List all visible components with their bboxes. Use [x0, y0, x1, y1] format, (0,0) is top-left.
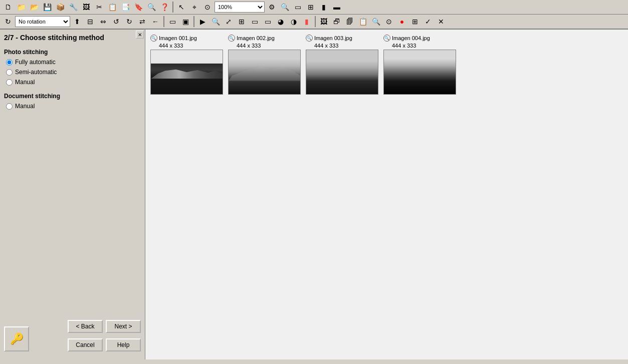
open-btn[interactable]: 📁	[15, 1, 27, 13]
img3-btn[interactable]: 🗐	[344, 16, 356, 28]
back-btn2[interactable]: ←	[149, 16, 161, 28]
grid2-btn[interactable]: ⊞	[409, 16, 421, 28]
frame-btn[interactable]: ▭	[292, 1, 304, 13]
rotate-left-btn[interactable]: ↺	[110, 16, 122, 28]
image-dimensions-1: 444 x 333	[159, 43, 183, 49]
radio-semi-automatic-input[interactable]	[6, 69, 13, 76]
select2-btn[interactable]: ▣	[179, 16, 191, 28]
radio-fully-automatic[interactable]: Fully automatic	[6, 59, 141, 66]
fit-btn[interactable]: ⊞	[236, 16, 248, 28]
save-btn[interactable]: 💾	[41, 1, 53, 13]
pointer-btn[interactable]: ↖	[175, 1, 187, 13]
key-icon-btn[interactable]: 🔑	[4, 326, 29, 351]
rotation-select[interactable]: No rotation	[15, 16, 70, 27]
grid-btn[interactable]: ⊞	[305, 1, 317, 13]
image-label-2: 🔍 Imagen 002.jpg	[228, 35, 301, 42]
radio-fully-automatic-label: Fully automatic	[15, 59, 56, 66]
image-label-3: 🔍 Imagen 003.jpg	[306, 35, 378, 42]
bw-btn[interactable]: ◑	[288, 16, 300, 28]
zoom-in-btn[interactable]: 🔍	[279, 1, 291, 13]
back-wizard-btn[interactable]: < Back	[68, 320, 103, 333]
next-wizard-btn[interactable]: Next >	[106, 320, 141, 333]
radio-manual-photo-input[interactable]	[6, 79, 13, 86]
img7-btn[interactable]: ●	[396, 16, 408, 28]
level-btn[interactable]: ▭	[262, 16, 274, 28]
img1-btn[interactable]: 🖼	[318, 16, 330, 28]
multi-btn[interactable]: ⊟	[84, 16, 96, 28]
tool2-btn[interactable]: 🖼	[80, 1, 92, 13]
tool8-btn[interactable]: ❓	[158, 1, 170, 13]
document-stitching-label: Document stitching	[4, 93, 141, 100]
zoom-icon-3: 🔍	[306, 35, 313, 42]
stitch-btn[interactable]: ⇔	[97, 16, 109, 28]
image-dims-4: 444 x 333	[383, 43, 456, 49]
img2-btn[interactable]: 🗗	[331, 16, 343, 28]
img6-btn[interactable]: ⊙	[383, 16, 395, 28]
main-layout: ✕ 2/7 - Choose stitching method Photo st…	[0, 30, 628, 359]
image-item-3[interactable]: 🔍 Imagen 003.jpg 444 x 333	[306, 35, 378, 95]
zoom-tool-btn[interactable]: ⚙	[266, 1, 278, 13]
crop-btn[interactable]: ▭	[249, 16, 261, 28]
zoom-select[interactable]: 100% 50% 200%	[215, 2, 265, 13]
nav-buttons-row: < Back Next >	[32, 320, 141, 333]
image-dimensions-3: 444 x 333	[314, 43, 338, 49]
image-item-1[interactable]: 🔍 Imagen 001.jpg 444 x 333	[150, 35, 223, 95]
img4-btn[interactable]: 📋	[357, 16, 369, 28]
radio-manual-doc[interactable]: Manual	[6, 103, 141, 110]
select-btn[interactable]: ▭	[166, 16, 178, 28]
3d-btn[interactable]: 📦	[54, 1, 66, 13]
close-x-btn[interactable]: ✕	[435, 16, 447, 28]
image-thumb-4	[383, 50, 456, 95]
help-wizard-btn[interactable]: Help	[106, 338, 141, 351]
img5-btn[interactable]: 🔍	[370, 16, 382, 28]
radio-semi-automatic[interactable]: Semi-automatic	[6, 69, 141, 76]
tool1-btn[interactable]: 🔧	[67, 1, 79, 13]
content-panel: 🔍 Imagen 001.jpg 444 x 333 🔍 Imagen 002.…	[145, 30, 628, 359]
radio-manual-photo[interactable]: Manual	[6, 79, 141, 86]
tool4-btn[interactable]: 📋	[106, 1, 118, 13]
play-btn[interactable]: ▶	[196, 16, 208, 28]
cancel-wizard-btn[interactable]: Cancel	[68, 338, 103, 351]
wizard-buttons-area: 🔑 < Back Next > Cancel Help	[4, 320, 141, 354]
image-dims-3: 444 x 333	[306, 43, 378, 49]
magic-btn[interactable]: ⊙	[201, 1, 214, 13]
zoom-icon-1: 🔍	[150, 35, 157, 42]
expand-btn[interactable]: ⤢	[223, 16, 235, 28]
zoom2-btn[interactable]: 🔍	[210, 16, 222, 28]
image-thumb-3	[306, 50, 378, 95]
check-btn[interactable]: ✓	[422, 16, 434, 28]
new-btn[interactable]: 🗋	[2, 1, 14, 13]
zoom-icon-2: 🔍	[228, 35, 235, 42]
rotate-right-btn[interactable]: ↻	[123, 16, 135, 28]
color-btn[interactable]: ◕	[275, 16, 287, 28]
import-btn[interactable]: ⬆	[71, 16, 83, 28]
wizard-panel: ✕ 2/7 - Choose stitching method Photo st…	[0, 30, 145, 359]
radio-fully-automatic-input[interactable]	[6, 59, 13, 66]
col-btn[interactable]: ▮	[318, 1, 330, 13]
image-label-1: 🔍 Imagen 001.jpg	[150, 35, 223, 42]
tool3-btn[interactable]: ✂	[93, 1, 105, 13]
histogram-btn[interactable]: ▮	[301, 16, 313, 28]
image-dims-1: 444 x 333	[150, 43, 223, 49]
tool7-btn[interactable]: 🔍	[145, 1, 157, 13]
row-btn[interactable]: ▬	[331, 1, 343, 13]
toolbar-row-1: 🗋 📁 📂 💾 📦 🔧 🖼 ✂ 📋 📑 🔖 🔍 ❓ ↖ ⌖ ⊙ 100% 50%…	[0, 0, 628, 15]
lasso-btn[interactable]: ⌖	[188, 1, 200, 13]
sep2	[163, 16, 164, 27]
browse-btn[interactable]: 📂	[28, 1, 40, 13]
sep3	[193, 16, 194, 27]
tool6-btn[interactable]: 🔖	[132, 1, 144, 13]
tool5-btn[interactable]: 📑	[119, 1, 131, 13]
image-thumb-1	[150, 50, 223, 95]
image-item-2[interactable]: 🔍 Imagen 002.jpg 444 x 333	[228, 35, 301, 95]
rotate-auto-btn[interactable]: ↻	[2, 16, 14, 28]
panel-close-btn[interactable]: ✕	[136, 31, 144, 39]
photo-stitching-label: Photo stitching	[4, 49, 141, 56]
image-item-4[interactable]: 🔍 Imagen 004.jpg 444 x 333	[383, 35, 456, 95]
zoom-icon-4: 🔍	[383, 35, 390, 42]
radio-manual-doc-input[interactable]	[6, 103, 13, 110]
image-filename-2: Imagen 002.jpg	[237, 35, 275, 41]
sep4	[315, 16, 316, 27]
flip-btn[interactable]: ⇄	[136, 16, 148, 28]
image-thumb-2	[228, 50, 301, 95]
